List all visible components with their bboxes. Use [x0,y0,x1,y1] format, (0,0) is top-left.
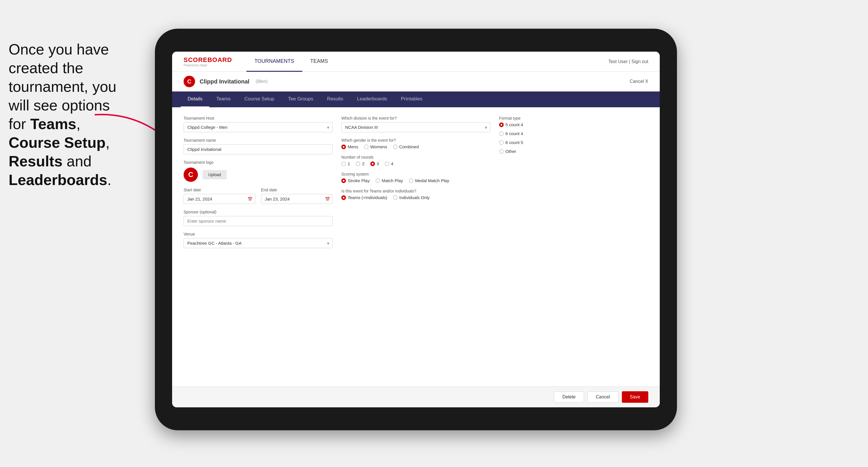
tournament-logo-label: Tournament logo [184,160,333,165]
format-5count4[interactable]: 5 count 4 [499,122,648,127]
tab-course-setup[interactable]: Course Setup [238,92,281,107]
venue-select[interactable]: Peachtree GC - Atlanta - GA [184,238,333,248]
nav-link-tournaments[interactable]: TOURNAMENTS [246,52,302,72]
gender-radio-group: Mens Womens Combined [341,144,491,149]
rounds-3[interactable]: 3 [370,161,379,166]
teams-radio-group: Teams (+Individuals) Individuals Only [341,195,491,200]
logo-text: SCOREBOARD [184,56,232,64]
tab-tee-groups[interactable]: Tee Groups [281,92,320,107]
gender-combined[interactable]: Combined [393,144,419,149]
format-6count4[interactable]: 6 count 4 [499,131,648,136]
tournament-name: Clippd Invitational [199,78,249,85]
end-date-label: End date [261,188,333,192]
tournament-icon: C [184,76,195,87]
tournament-name-label: Tournament name [184,138,333,143]
scoring-medal-dot [409,179,413,183]
scoring-label: Scoring system [341,172,491,177]
end-date-wrapper [261,194,333,204]
logo-icon: C [184,167,198,182]
scoring-medal[interactable]: Medal Match Play [409,178,449,183]
tournament-host-label: Tournament Host [184,116,333,121]
venue-group: Venue Peachtree GC - Atlanta - GA [184,232,333,248]
tournament-subtitle: (Men) [255,79,268,84]
format-6count5[interactable]: 6 count 5 [499,140,648,145]
sponsor-input[interactable] [184,216,333,226]
rounds-1[interactable]: 1 [341,161,350,166]
start-date-input[interactable] [184,194,255,204]
form-column-right: Format type 5 count 4 6 count 4 [499,116,648,248]
form-columns: Tournament Host Clippd College - Men Tou… [184,116,648,248]
division-label: Which division is the event for? [341,116,491,121]
rounds-2-dot [356,161,360,166]
tab-details[interactable]: Details [181,92,209,107]
gender-group: Which gender is the event for? Mens Wome… [341,138,491,149]
teams-combined-dot [341,195,346,200]
division-select[interactable]: NCAA Division III [341,122,491,132]
logo-sub: Powered by clippd [184,64,232,67]
upload-button[interactable]: Upload [203,170,227,179]
tab-printables[interactable]: Printables [394,92,430,107]
form-column-middle: Which division is the event for? NCAA Di… [341,116,491,248]
format-other[interactable]: Other [499,149,648,154]
format-6count5-dot [499,140,504,145]
tournament-logo-group: Tournament logo C Upload [184,160,333,182]
user-area: Test User | Sign out [609,59,648,64]
rounds-label: Number of rounds [341,155,491,159]
end-date-group: End date [261,188,333,204]
scoring-stroke-dot [341,179,346,183]
rounds-3-dot [370,161,375,166]
scoring-match-dot [375,179,380,183]
tournament-name-input[interactable] [184,144,333,154]
tablet-screen: SCOREBOARD Powered by clippd TOURNAMENTS… [172,52,660,407]
start-date-label: Start date [184,188,255,192]
format-radio-group: 5 count 4 6 count 4 6 count 5 [499,122,648,154]
logo-area: SCOREBOARD Powered by clippd [184,56,232,67]
rounds-4-dot [385,161,389,166]
tournament-host-select[interactable]: Clippd College - Men [184,122,333,132]
tab-nav: Details Teams Course Setup Tee Groups Re… [172,92,660,107]
tournament-host-select-wrapper: Clippd College - Men [184,122,333,132]
scoring-match[interactable]: Match Play [375,178,403,183]
rounds-4[interactable]: 4 [385,161,393,166]
start-date-wrapper [184,194,255,204]
tab-teams[interactable]: Teams [209,92,238,107]
format-label: Format type [499,116,648,121]
tablet-frame: SCOREBOARD Powered by clippd TOURNAMENTS… [155,29,677,430]
teams-label: Is this event for Teams and/or Individua… [341,189,491,193]
teams-combined[interactable]: Teams (+Individuals) [341,195,387,200]
cancel-button[interactable]: Cancel [587,391,618,403]
teams-group: Is this event for Teams and/or Individua… [341,189,491,200]
rounds-1-dot [341,161,346,166]
tab-leaderboards[interactable]: Leaderboards [350,92,394,107]
gender-combined-dot [393,145,398,149]
teams-individuals[interactable]: Individuals Only [393,195,430,200]
start-date-group: Start date [184,188,255,204]
tournament-title-row: C Clippd Invitational (Men) [184,76,268,87]
scoring-radio-group: Stroke Play Match Play Medal Match Play [341,178,491,183]
gender-mens[interactable]: Mens [341,144,358,149]
gender-label: Which gender is the event for? [341,138,491,143]
save-button[interactable]: Save [622,391,648,403]
gender-womens[interactable]: Womens [364,144,387,149]
nav-link-teams[interactable]: TEAMS [302,52,336,72]
division-group: Which division is the event for? NCAA Di… [341,116,491,132]
top-nav: SCOREBOARD Powered by clippd TOURNAMENTS… [172,52,660,72]
venue-label: Venue [184,232,333,237]
cancel-button-top[interactable]: Cancel X [630,79,648,84]
scoring-group: Scoring system Stroke Play Match Play [341,172,491,183]
tournament-name-group: Tournament name [184,138,333,154]
venue-select-wrapper: Peachtree GC - Atlanta - GA [184,238,333,248]
tab-results[interactable]: Results [320,92,350,107]
delete-button[interactable]: Delete [554,391,584,403]
end-date-input[interactable] [261,194,333,204]
sponsor-label: Sponsor (optional) [184,210,333,214]
rounds-2[interactable]: 2 [356,161,364,166]
user-text: Test User | Sign out [609,59,648,64]
scoring-stroke[interactable]: Stroke Play [341,178,370,183]
tournament-host-group: Tournament Host Clippd College - Men [184,116,333,132]
rounds-group: Number of rounds 1 2 [341,155,491,166]
tournament-header: C Clippd Invitational (Men) Cancel X [172,72,660,92]
format-other-dot [499,149,504,154]
main-content: Tournament Host Clippd College - Men Tou… [172,107,660,386]
form-column-left: Tournament Host Clippd College - Men Tou… [184,116,333,248]
